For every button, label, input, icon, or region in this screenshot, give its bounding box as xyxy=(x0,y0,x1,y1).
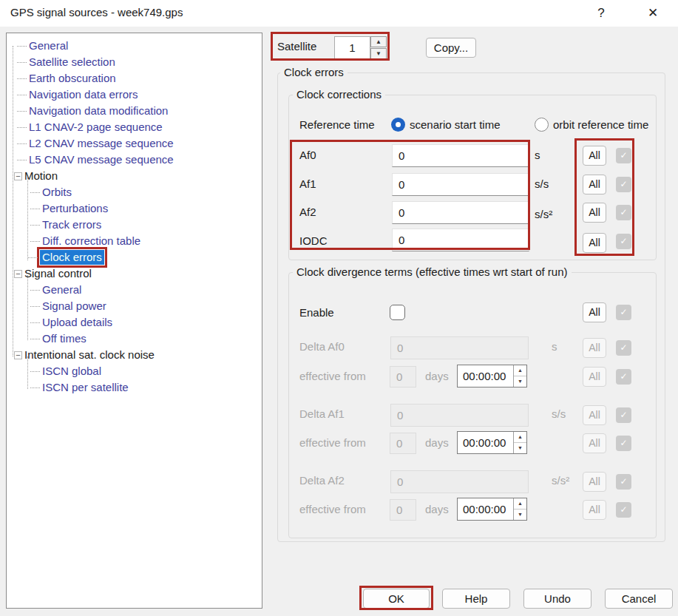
af1-label: Af1 xyxy=(299,177,316,190)
close-icon[interactable]: ✕ xyxy=(640,4,665,23)
tree-guide-line xyxy=(13,46,13,356)
copy-button[interactable]: Copy... xyxy=(426,38,476,58)
tree-item-l5-cnav-message-sequence[interactable]: L5 CNAV message sequence xyxy=(29,152,174,167)
spinner-up-icon[interactable]: ▲ xyxy=(514,498,526,510)
tree-item-intentional-sat-clock-noise[interactable]: Intentional sat. clock noise xyxy=(24,348,155,362)
af0-label: Af0 xyxy=(299,149,316,161)
delta-af2-checkbox-check-icon[interactable]: ✓ xyxy=(616,474,631,490)
af2-checkbox-check-icon[interactable]: ✓ xyxy=(616,205,631,220)
delta-af2-all-button[interactable]: All xyxy=(583,472,606,492)
tree-item-signal-power[interactable]: Signal power xyxy=(42,299,106,314)
tree-item-navigation-data-modification[interactable]: Navigation data modification xyxy=(29,104,168,118)
tree-item-orbits[interactable]: Orbits xyxy=(42,185,72,200)
iodc-all-button[interactable]: All xyxy=(583,233,606,253)
af2-unit: s/s² xyxy=(535,208,552,220)
enable-checkbox[interactable] xyxy=(390,305,405,320)
delta-af1-time-spinner[interactable]: 00:00:00 ▲▼ xyxy=(457,431,527,454)
tree-item-signal-control[interactable]: Signal control xyxy=(24,266,92,281)
undo-button[interactable]: Undo xyxy=(523,589,591,609)
delta-af1-all-button[interactable]: All xyxy=(583,405,606,425)
tree-item-iscn-global[interactable]: ISCN global xyxy=(42,364,101,379)
effective-af0-checkbox-check-icon[interactable]: ✓ xyxy=(616,369,631,385)
delta-af0-all-button[interactable]: All xyxy=(583,338,606,358)
tree-item-motion[interactable]: Motion xyxy=(24,169,58,183)
tree-item-iscn-per-satellite[interactable]: ISCN per satellite xyxy=(42,380,129,395)
tree-item-navigation-data-errors[interactable]: Navigation data errors xyxy=(29,87,138,102)
tree-item-l1-cnav2-page-sequence[interactable]: L1 CNAV-2 page sequence xyxy=(29,120,163,135)
tree-item-earth-obscuration[interactable]: Earth obscuration xyxy=(29,71,116,86)
radio-scenario-start-time[interactable] xyxy=(391,118,405,132)
enable-checkbox-check-icon[interactable]: ✓ xyxy=(616,305,631,320)
spinner-up-icon[interactable]: ▲ xyxy=(514,365,526,376)
af1-all-button[interactable]: All xyxy=(583,175,606,194)
collapse-icon[interactable]: − xyxy=(14,172,22,180)
delta-af1-field: 0 xyxy=(390,404,529,427)
radio-orbit-reference-time[interactable] xyxy=(535,118,549,132)
af0-field[interactable]: 0 xyxy=(392,144,529,167)
tree-item-diff-correction-table[interactable]: Diff. correction table xyxy=(42,234,140,248)
tree-item-off-times[interactable]: Off times xyxy=(42,331,87,346)
tree-guide-line xyxy=(27,177,28,260)
tree-item-satellite-selection[interactable]: Satellite selection xyxy=(29,55,115,70)
spinner-down-icon[interactable]: ▼ xyxy=(370,48,387,59)
time-spinner-arrows[interactable]: ▲▼ xyxy=(513,365,526,387)
af2-all-button[interactable]: All xyxy=(583,203,606,223)
help-icon[interactable]: ? xyxy=(589,4,614,23)
effective-af1-all-button[interactable]: All xyxy=(583,433,606,453)
af1-unit: s/s xyxy=(535,177,549,190)
ok-button[interactable]: OK xyxy=(363,589,430,609)
spinner-down-icon[interactable]: ▼ xyxy=(514,443,526,453)
effective-from-label: effective from xyxy=(299,503,366,515)
tree-guide-line xyxy=(27,275,28,340)
radio-scenario-start-time-label[interactable]: scenario start time xyxy=(410,118,501,131)
delta-af0-checkbox-check-icon[interactable]: ✓ xyxy=(616,340,631,356)
help-button[interactable]: Help xyxy=(442,589,510,609)
delta-af0-time-value[interactable]: 00:00:00 xyxy=(458,365,513,387)
delta-af1-checkbox-check-icon[interactable]: ✓ xyxy=(616,407,631,423)
enable-label: Enable xyxy=(299,306,334,319)
tree-item-upload-details[interactable]: Upload details xyxy=(42,315,112,330)
af2-field[interactable]: 0 xyxy=(392,201,529,224)
time-spinner-arrows[interactable]: ▲▼ xyxy=(513,498,526,520)
tree-item-clock-errors[interactable]: Clock errors xyxy=(40,250,104,265)
effective-af2-checkbox-check-icon[interactable]: ✓ xyxy=(616,502,631,518)
settings-tree: General Satellite selection Earth obscur… xyxy=(6,33,262,609)
iodc-checkbox-check-icon[interactable]: ✓ xyxy=(616,234,631,249)
clock-divergence-group-title: Clock divergence terms (effective times … xyxy=(293,265,572,278)
effective-af2-all-button[interactable]: All xyxy=(583,500,606,520)
effective-af1-checkbox-check-icon[interactable]: ✓ xyxy=(616,436,631,451)
af1-field[interactable]: 0 xyxy=(392,173,529,196)
delta-af1-time-value[interactable]: 00:00:00 xyxy=(458,432,513,453)
delta-af0-days-field: 0 xyxy=(390,366,416,387)
effective-from-label: effective from xyxy=(299,370,366,382)
effective-af0-all-button[interactable]: All xyxy=(583,367,606,387)
delta-af2-days-field: 0 xyxy=(390,499,416,521)
enable-all-button[interactable]: All xyxy=(583,302,606,322)
collapse-icon[interactable]: − xyxy=(14,351,22,359)
tree-item-perturbations[interactable]: Perturbations xyxy=(42,201,108,216)
time-spinner-arrows[interactable]: ▲▼ xyxy=(513,432,526,453)
satellite-spinner-value[interactable]: 1 xyxy=(334,36,370,59)
delta-af1-days-field: 0 xyxy=(390,433,416,454)
tree-item-track-errors[interactable]: Track errors xyxy=(42,217,101,232)
iodc-field[interactable]: 0 xyxy=(392,229,529,251)
delta-af2-time-spinner[interactable]: 00:00:00 ▲▼ xyxy=(457,498,527,521)
delta-af1-label: Delta Af1 xyxy=(299,407,345,420)
spinner-up-icon[interactable]: ▲ xyxy=(370,36,387,47)
spinner-down-icon[interactable]: ▼ xyxy=(514,376,526,387)
tree-item-general[interactable]: General xyxy=(29,38,68,53)
af0-checkbox-check-icon[interactable]: ✓ xyxy=(616,148,631,163)
tree-item-l2-cnav-message-sequence[interactable]: L2 CNAV message sequence xyxy=(29,136,174,151)
af0-all-button[interactable]: All xyxy=(583,146,606,166)
delta-af0-time-spinner[interactable]: 00:00:00 ▲▼ xyxy=(457,365,527,387)
cancel-button[interactable]: Cancel xyxy=(605,589,673,609)
af2-label: Af2 xyxy=(299,206,316,218)
spinner-down-icon[interactable]: ▼ xyxy=(514,510,526,520)
radio-orbit-reference-time-label[interactable]: orbit reference time xyxy=(553,118,648,131)
tree-item-signal-general[interactable]: General xyxy=(42,282,81,297)
spinner-up-icon[interactable]: ▲ xyxy=(514,432,526,443)
delta-af2-time-value[interactable]: 00:00:00 xyxy=(458,498,513,520)
af1-checkbox-check-icon[interactable]: ✓ xyxy=(616,177,631,192)
collapse-icon[interactable]: − xyxy=(14,270,22,278)
days-label: days xyxy=(425,503,449,515)
